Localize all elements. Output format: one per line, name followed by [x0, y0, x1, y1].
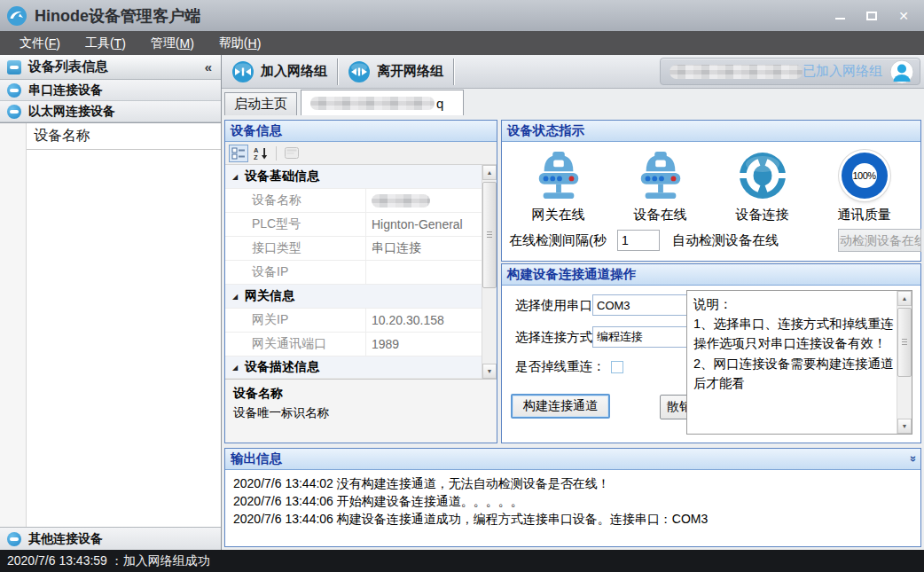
property-pages-icon [285, 147, 299, 159]
property-description-text: 设备唯一标识名称 [233, 405, 489, 421]
output-header: 输出信息 « [225, 449, 920, 470]
scrollbar-thumb[interactable] [482, 182, 497, 288]
scroll-down-button[interactable]: ▼ [482, 364, 497, 379]
az-sort-icon: A Z [254, 146, 269, 161]
interval-label: 在线检测间隔(秒 [509, 232, 617, 249]
sidebar-header: 设备列表信息 « [0, 55, 221, 80]
device-list-icon [7, 60, 21, 74]
online-check-row: 在线检测间隔(秒 自动检测设备在线 自动检测设备在线 [509, 229, 920, 252]
sidebar-item-serial-devices[interactable]: 串口连接设备 [0, 80, 221, 101]
app-logo-icon [6, 5, 27, 27]
mode-select-label: 选择连接方式 [515, 329, 592, 346]
reconnect-row: 是否掉线重连： [515, 358, 623, 375]
redacted-tab-label [310, 97, 435, 110]
property-row-device-ip[interactable]: 设备IP [225, 261, 482, 285]
scrollbar-thumb[interactable] [897, 308, 912, 377]
tab-device-page[interactable]: q [301, 90, 464, 115]
network-status-group: 已加入网络组 [660, 58, 920, 85]
expander-icon[interactable]: ◢ [225, 293, 245, 301]
join-network-group-button[interactable]: 加入网络组 [222, 55, 337, 88]
titlebar: Hinode设备管理客户端 ✕ [0, 0, 924, 31]
auto-detect-label: 自动检测设备在线 [672, 232, 779, 249]
instructions-scrollbar[interactable]: ▲ ▼ [897, 291, 912, 434]
ethernet-device-icon [7, 105, 21, 119]
property-grid-scrollbar[interactable]: ▲ ▼ [482, 165, 497, 379]
log-line: 2020/7/6 13:44:06 构建设备连接通道成功，编程方式连接串口设备。… [233, 510, 912, 528]
tab-start-home[interactable]: 启动主页 [224, 92, 297, 115]
collapse-output-icon[interactable]: « [905, 456, 919, 462]
property-description-box: 设备名称 设备唯一标识名称 [225, 379, 497, 443]
alphabetical-sort-button[interactable]: A Z [251, 145, 270, 162]
categorized-view-button[interactable] [229, 145, 248, 162]
property-grid: ◢ 设备基础信息 设备名称 PLC型号 Hignton-General 接口类型… [225, 165, 497, 379]
instructions-text: 说明： 1、选择串口、连接方式和掉线重连操作选项只对串口连接设备有效！ 2、网口… [687, 291, 897, 434]
close-button[interactable]: ✕ [894, 7, 913, 25]
comm-quality-value: 100% [852, 163, 877, 188]
property-row-plc-model[interactable]: PLC型号 Hignton-General [225, 213, 482, 237]
property-row-interface-type[interactable]: 接口类型 串口连接 [225, 237, 482, 261]
maximize-button[interactable] [862, 7, 881, 25]
build-channel-button[interactable]: 构建连接通道 [511, 394, 610, 419]
network-toolbar: 加入网络组 离开网络组 已加入网络组 [222, 55, 924, 89]
gateway-online-icon [531, 151, 586, 200]
categorized-icon [231, 146, 246, 161]
device-table-row-gutter [0, 123, 27, 527]
output-panel: 输出信息 « 2020/7/6 13:44:02 没有构建连接通道，无法自动检测… [224, 448, 921, 547]
sidebar-item-ethernet-devices[interactable]: 以太网连接设备 [0, 101, 221, 122]
redacted-username [670, 65, 803, 79]
network-status-text: 已加入网络组 [803, 63, 882, 80]
menu-manage[interactable]: 管理(M) [138, 31, 207, 55]
expander-icon[interactable]: ◢ [225, 364, 245, 372]
device-connect-icon [738, 151, 787, 200]
property-row-gateway-port[interactable]: 网关通讯端口 1989 [225, 333, 482, 357]
device-online-icon [633, 151, 688, 200]
expander-icon[interactable]: ◢ [225, 173, 245, 181]
auto-detect-button[interactable]: 自动检测设备在线 [838, 229, 921, 252]
property-description-title: 设备名称 [233, 386, 489, 402]
menu-file[interactable]: 文件(F) [7, 31, 73, 55]
comm-quality-icon: 100% [842, 153, 888, 199]
reconnect-label: 是否掉线重连： [515, 358, 606, 375]
toolbar-separator [276, 146, 277, 161]
tabbar: 启动主页 q [222, 89, 924, 115]
device-list-sidebar: 设备列表信息 « 串口连接设备 以太网连接设备 设备名称 其他连接设备 [0, 55, 222, 550]
join-network-icon [231, 60, 254, 83]
reconnect-checkbox[interactable] [611, 361, 623, 373]
other-device-icon [7, 532, 21, 546]
log-line: 2020/7/6 13:44:02 没有构建连接通道，无法自动检测设备是否在线！ [233, 474, 912, 492]
app-window: Hinode设备管理客户端 ✕ 文件(F) 工具(T) 管理(M) 帮助(H) … [0, 0, 924, 572]
user-avatar[interactable] [889, 59, 914, 84]
sidebar-title: 设备列表信息 [28, 59, 203, 75]
menu-tools[interactable]: 工具(T) [73, 31, 138, 55]
property-category-row[interactable]: ◢ 网关信息 [225, 285, 482, 309]
property-category-row[interactable]: ◢ 设备描述信息 [225, 357, 482, 379]
interval-input[interactable] [617, 230, 660, 251]
indicator-device-online: 设备在线 [609, 146, 711, 223]
indicator-comm-quality: 100% 通讯质量 [813, 146, 915, 223]
scroll-down-button[interactable]: ▼ [897, 419, 912, 434]
property-category-row[interactable]: ◢ 设备基础信息 [225, 165, 482, 189]
indicator-device-connect: 设备连接 [711, 146, 813, 223]
minimize-button[interactable] [830, 7, 850, 25]
device-name-column-header[interactable]: 设备名称 [27, 123, 221, 150]
channel-operation-panel: 构建设备连接通道操作 选择使用串口 COM3 ▾ 选择连接方式 编程连接 ▾ 是… [501, 263, 921, 443]
channel-operation-header: 构建设备连接通道操作 [502, 264, 920, 286]
scroll-up-button[interactable]: ▲ [897, 291, 912, 306]
leave-network-group-button[interactable]: 离开网络组 [338, 55, 453, 88]
serial-device-icon [7, 83, 21, 98]
property-row-gateway-ip[interactable]: 网关IP 10.20.30.158 [225, 309, 482, 333]
device-info-panel: 设备信息 A Z [224, 120, 497, 443]
serial-select-label: 选择使用串口 [515, 297, 592, 314]
property-row-device-name[interactable]: 设备名称 [225, 189, 482, 213]
scroll-up-button[interactable]: ▲ [482, 165, 497, 180]
statusbar: 2020/7/6 13:43:59 ：加入网络组成功 [0, 550, 924, 572]
output-log: 2020/7/6 13:44:02 没有构建连接通道，无法自动检测设备是否在线！… [225, 470, 920, 546]
toolbar-separator [453, 59, 454, 85]
leave-network-icon [348, 60, 371, 83]
property-grid-toolbar: A Z [225, 142, 497, 165]
svg-text:Z: Z [254, 153, 258, 161]
device-status-header: 设备状态指示 [502, 121, 920, 142]
menu-help[interactable]: 帮助(H) [207, 31, 273, 55]
sidebar-collapse-icon[interactable]: « [203, 59, 214, 74]
sidebar-item-other-devices[interactable]: 其他连接设备 [0, 527, 221, 550]
